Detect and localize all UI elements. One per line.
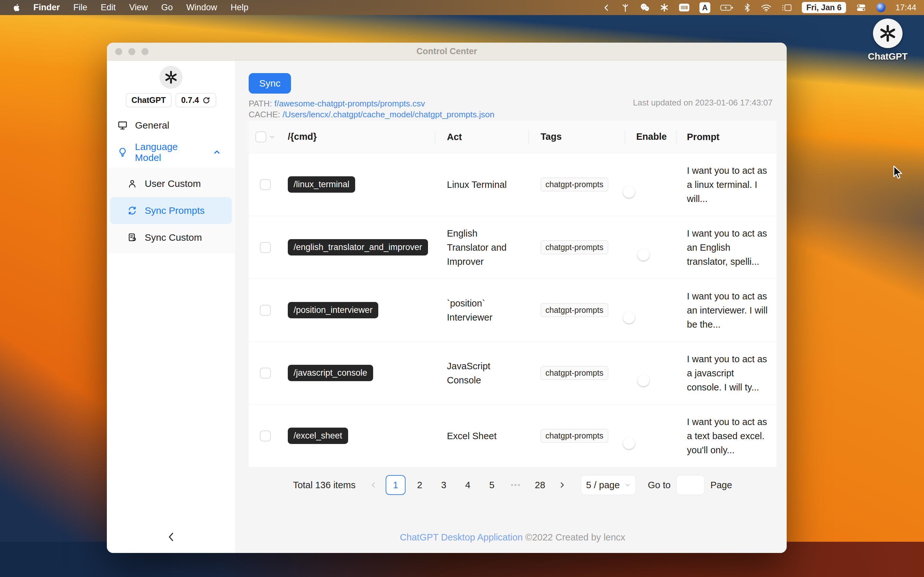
sidebar-item-user-custom[interactable]: User Custom	[107, 170, 235, 197]
openai-status-icon[interactable]	[660, 3, 669, 12]
total-items-text: Total 136 items	[293, 480, 355, 490]
zoom-button[interactable]	[142, 48, 149, 55]
sidebar-item-sync-prompts[interactable]: Sync Prompts	[110, 197, 232, 224]
desktop-icon-chatgpt[interactable]: ChatGPT	[864, 19, 912, 62]
collapse-sidebar-button[interactable]	[107, 530, 235, 543]
row-checkbox[interactable]	[260, 179, 271, 190]
menu-bar-left: Finder File Edit View Go Window Help	[10, 0, 255, 15]
path-link[interactable]: f/awesome-chatgpt-prompts/prompts.csv	[274, 99, 425, 108]
menu-app-name[interactable]: Finder	[27, 0, 67, 15]
menu-go[interactable]: Go	[155, 0, 180, 15]
sidebar-item-label: General	[135, 120, 170, 131]
last-updated-text: Last updated on 2023-01-06 17:43:07	[633, 98, 772, 108]
header-prompt: Prompt	[677, 130, 776, 144]
menu-view[interactable]: View	[123, 0, 155, 15]
battery-icon[interactable]	[720, 4, 734, 11]
app-name-badge: ChatGPT	[126, 93, 172, 107]
fork-icon[interactable]	[621, 3, 630, 12]
next-page-button[interactable]	[554, 475, 570, 495]
sidebar-item-label: User Custom	[145, 178, 201, 189]
chevron-right-icon	[558, 481, 566, 489]
desktop-icon-label: ChatGPT	[864, 51, 912, 62]
pagination: Total 136 items 1 2 3 4 5 ••• 28 5 /	[249, 467, 776, 503]
table-row: /english_translator_and_improver English…	[249, 216, 776, 279]
table-row: /javascript_console JavaScript Console c…	[249, 342, 776, 405]
minimize-button[interactable]	[128, 48, 136, 55]
row-checkbox[interactable]	[260, 242, 271, 253]
sidebar-item-language-model[interactable]: Language Model	[107, 139, 235, 166]
page-button-4[interactable]: 4	[458, 475, 478, 495]
user-icon	[127, 179, 137, 189]
table-row: /excel_sheet Excel Sheet chatgpt-prompts…	[249, 405, 776, 467]
menu-help[interactable]: Help	[224, 0, 255, 15]
row-checkbox[interactable]	[260, 367, 271, 379]
select-all-checkbox[interactable]	[255, 131, 266, 142]
input-source-icon[interactable]: A	[699, 2, 710, 13]
page-size-select[interactable]: 5 / page	[581, 475, 636, 495]
chatgpt-app-icon[interactable]	[873, 19, 903, 48]
prompt-cell: I want you to act as a javascript consol…	[677, 352, 776, 394]
sidebar-menu: General Language Model	[107, 112, 235, 253]
scanner-icon[interactable]	[679, 3, 690, 12]
menu-clock[interactable]: 17:44	[895, 3, 916, 13]
main-panel: Sync PATH: f/awesome-chatgpt-prompts/pro…	[235, 61, 787, 553]
prompt-cell: I want you to act as a text based excel.…	[677, 415, 776, 457]
menu-bar: Finder File Edit View Go Window Help	[0, 0, 924, 15]
bluetooth-icon[interactable]	[744, 3, 751, 12]
table-header-row: /{cmd} Act Tags Enable Prompt	[249, 121, 776, 153]
version-badge[interactable]: 0.7.4	[176, 93, 216, 107]
header-cmd: /{cmd}	[282, 131, 435, 142]
chevron-down-icon[interactable]	[269, 134, 275, 140]
close-button[interactable]	[115, 48, 122, 55]
refresh-icon	[202, 96, 210, 105]
tag-badge: chatgpt-prompts	[541, 366, 608, 380]
page-button-1[interactable]: 1	[386, 475, 405, 495]
path-label: PATH:	[249, 99, 274, 108]
footer-app-link[interactable]: ChatGPT Desktop Application	[400, 532, 523, 542]
sidebar: ChatGPT 0.7.4 General	[107, 61, 235, 553]
sidebar-item-general[interactable]: General	[107, 112, 235, 139]
page-button-3[interactable]: 3	[434, 475, 454, 495]
prompt-cell: I want you to act as an English translat…	[677, 226, 776, 269]
menu-window[interactable]: Window	[180, 0, 224, 15]
chevron-left-icon[interactable]	[603, 3, 611, 12]
act-cell: Excel Sheet	[435, 429, 529, 443]
goto-page-input[interactable]	[676, 475, 704, 495]
menu-date[interactable]: Fri, Jan 6	[802, 2, 846, 13]
prev-page-button[interactable]	[365, 475, 381, 495]
page-button-28[interactable]: 28	[530, 475, 550, 495]
document-sync-icon	[127, 233, 137, 242]
page-label: Page	[710, 480, 732, 490]
pagination-ellipsis[interactable]: •••	[506, 481, 526, 489]
screen-mirroring-icon[interactable]	[782, 3, 792, 12]
window-title: Control Center	[417, 47, 477, 56]
cmd-tag: /javascript_console	[288, 365, 373, 381]
title-bar[interactable]: Control Center	[107, 43, 787, 61]
cache-link[interactable]: /Users/lencx/.chatgpt/cache_model/chatgp…	[282, 110, 494, 119]
wifi-icon[interactable]	[761, 3, 772, 12]
page-button-2[interactable]: 2	[410, 475, 430, 495]
menu-bar-status: A Fri, Jan 6 17:44	[603, 2, 916, 13]
sidebar-item-sync-custom[interactable]: Sync Custom	[107, 224, 235, 251]
version-number: 0.7.4	[181, 95, 199, 105]
sync-button[interactable]: Sync	[249, 73, 291, 93]
tag-badge: chatgpt-prompts	[541, 303, 608, 317]
act-cell: `position` Interviewer	[435, 296, 529, 324]
header-tags: Tags	[529, 131, 625, 142]
page-button-5[interactable]: 5	[482, 475, 502, 495]
prompt-cell: I want you to act as an interviewer. I w…	[677, 289, 776, 332]
monitor-icon	[117, 120, 128, 131]
menu-file[interactable]: File	[67, 0, 94, 15]
row-checkbox[interactable]	[260, 305, 271, 316]
cache-label: CACHE:	[249, 110, 282, 119]
chatgpt-logo	[160, 66, 183, 89]
apple-menu-icon[interactable]	[10, 3, 27, 12]
globe-icon[interactable]	[876, 3, 885, 12]
menu-edit[interactable]: Edit	[94, 0, 123, 15]
chevron-up-icon	[213, 148, 221, 156]
wechat-icon[interactable]	[640, 3, 650, 13]
control-center-icon[interactable]	[856, 3, 866, 12]
goto-label: Go to	[648, 480, 670, 490]
row-checkbox[interactable]	[260, 430, 271, 442]
act-cell: JavaScript Console	[435, 359, 529, 387]
